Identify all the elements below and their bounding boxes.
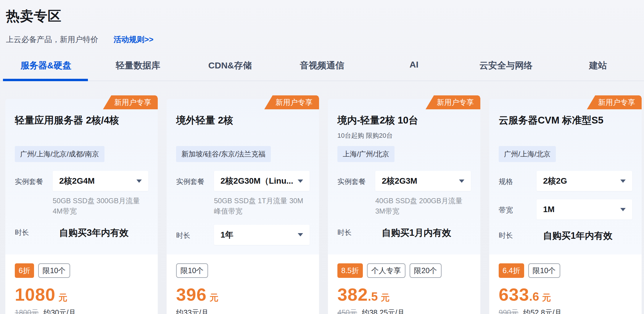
chevron-down-icon: [136, 180, 142, 183]
config-row: 时长1年: [176, 225, 310, 245]
config-value: 2核2G3M40GB SSD盘 200GB月流量 3M带宽: [375, 171, 471, 217]
new-user-ribbon: 新用户专享: [264, 95, 319, 109]
chevron-down-icon: [620, 208, 626, 211]
tab-3[interactable]: 音视频通信: [276, 60, 368, 81]
tab-4[interactable]: AI: [368, 60, 460, 81]
limit-badge: 限20个: [410, 263, 442, 278]
product-card: 新用户专享境内-轻量2核 10台10台起购 限购20台上海/广州/北京实例套餐2…: [328, 99, 480, 314]
config-label: 实例套餐: [15, 171, 53, 186]
config-static-value: 自购买1年内有效: [537, 228, 632, 242]
tab-0[interactable]: 服务器&硬盘: [0, 60, 92, 81]
config-select[interactable]: 1M: [537, 199, 632, 220]
config-static-value: 自购买1月内有效: [375, 225, 471, 239]
activity-rules-link[interactable]: 活动规则>>: [114, 34, 153, 45]
limit-badge: 限10个: [176, 263, 208, 278]
price-integer: 1080: [15, 284, 55, 305]
price-secondary-row: 990元约52.8元/月: [499, 308, 632, 314]
chevron-down-icon: [298, 180, 303, 183]
config-label: 实例套餐: [176, 171, 214, 186]
tab-5[interactable]: 云安全与网络: [460, 60, 552, 81]
config-row: 时长自购买1年内有效: [499, 228, 632, 242]
card-price-section: 8.5折个人专享限20个382.5元450元约38.25元/月: [328, 254, 480, 314]
select-value: 1M: [543, 205, 555, 214]
card-price-section: 限10个396元约33元/月: [167, 254, 319, 314]
purchase-limit-note: [15, 131, 148, 140]
config-value: 自购买3年内有效: [53, 225, 148, 239]
limit-badge: 限10个: [528, 263, 560, 278]
page-header: 热卖专区 上云必备产品，新用户特价 活动规则>>: [0, 0, 644, 45]
region-tag: 广州/上海/北京: [499, 146, 556, 162]
config-label: 时长: [499, 228, 537, 240]
monthly-price: 约38.25元/月: [362, 308, 405, 314]
price-integer: 382: [337, 284, 368, 305]
region-tag: 广州/上海/北京/成都/南京: [15, 146, 104, 162]
price-decimal: .5: [368, 290, 378, 303]
config-value: 2核2G: [537, 171, 632, 191]
config-row: 规格2核2G: [499, 171, 632, 191]
tab-2[interactable]: CDN&存储: [184, 60, 276, 81]
config-select[interactable]: 1年: [214, 225, 310, 245]
product-title: 云服务器CVM 标准型S5: [499, 114, 632, 127]
config-select[interactable]: 2核2G30M（Linu...: [214, 171, 310, 191]
config-label: 规格: [499, 171, 537, 186]
config-row: 实例套餐2核2G4M50GB SSD盘 300GB月流量 4M带宽: [15, 171, 148, 217]
config-static-value: 自购买3年内有效: [53, 225, 148, 239]
original-price: 450元: [337, 308, 357, 314]
config-value: 自购买1年内有效: [537, 228, 632, 242]
price-secondary-row: 450元约38.25元/月: [337, 308, 471, 314]
tab-1[interactable]: 轻量数据库: [92, 60, 184, 81]
price-decimal: .6: [529, 290, 539, 303]
tabs: 服务器&硬盘轻量数据库CDN&存储音视频通信AI云安全与网络建站: [0, 60, 644, 81]
price-secondary-row: 1800元约30元/月: [15, 308, 148, 314]
page-title: 热卖专区: [6, 7, 637, 25]
card-info-section: 新用户专享云服务器CVM 标准型S5广州/上海/北京规格2核2G带宽1M时长自购…: [489, 99, 642, 254]
price-unit: 元: [58, 292, 67, 304]
region-tag: 新加坡/硅谷/东京/法兰克福: [176, 146, 271, 162]
cards-row: 新用户专享轻量应用服务器 2核/4核广州/上海/北京/成都/南京实例套餐2核2G…: [0, 81, 644, 314]
config-select[interactable]: 2核2G: [537, 171, 632, 191]
config-rows: 实例套餐2核2G4M50GB SSD盘 300GB月流量 4M带宽时长自购买3年…: [15, 171, 148, 239]
monthly-price: 约33元/月: [176, 308, 209, 314]
spec-description: 40GB SSD盘 200GB月流量 3M带宽: [375, 196, 471, 217]
product-title: 轻量应用服务器 2核/4核: [15, 114, 148, 127]
price-unit: 元: [210, 292, 218, 304]
tab-6[interactable]: 建站: [552, 60, 644, 81]
config-row: 时长自购买1月内有效: [337, 225, 471, 239]
price-integer: 396: [176, 284, 207, 305]
config-select[interactable]: 2核2G4M: [53, 171, 148, 191]
select-value: 1年: [220, 229, 234, 241]
select-value: 2核2G3M: [382, 175, 417, 187]
select-value: 2核2G30M（Linu...: [220, 175, 293, 187]
chevron-down-icon: [459, 180, 464, 183]
config-value: 自购买1月内有效: [375, 225, 471, 239]
promo-badges: 限10个: [176, 263, 310, 278]
purchase-limit-note: [499, 131, 632, 140]
config-value: 2核2G4M50GB SSD盘 300GB月流量 4M带宽: [53, 171, 148, 217]
limit-badge: 限10个: [38, 263, 70, 278]
promo-badges: 6折限10个: [15, 263, 148, 278]
price: 382.5元: [337, 284, 471, 305]
config-select[interactable]: 2核2G3M: [375, 171, 471, 191]
discount-badge: 6.4折: [499, 263, 524, 278]
config-row: 实例套餐2核2G3M40GB SSD盘 200GB月流量 3M带宽: [337, 171, 471, 217]
card-info-section: 新用户专享轻量应用服务器 2核/4核广州/上海/北京/成都/南京实例套餐2核2G…: [5, 99, 158, 254]
config-label: 时长: [15, 225, 53, 237]
config-label: 实例套餐: [337, 171, 375, 186]
price: 1080元: [15, 284, 148, 305]
original-price: 1800元: [15, 308, 39, 314]
price-secondary-row: 约33元/月: [176, 308, 310, 314]
price-unit: 元: [381, 292, 389, 304]
product-card: 新用户专享境外轻量 2核新加坡/硅谷/东京/法兰克福实例套餐2核2G30M（Li…: [167, 99, 319, 314]
purchase-limit-note: 10台起购 限购20台: [337, 131, 471, 140]
product-title: 境内-轻量2核 10台: [337, 114, 471, 127]
card-info-section: 新用户专享境内-轻量2核 10台10台起购 限购20台上海/广州/北京实例套餐2…: [328, 99, 480, 254]
promo-badges: 6.4折限10个: [499, 263, 632, 278]
new-user-ribbon: 新用户专享: [426, 95, 480, 109]
page-subtitle: 上云必备产品，新用户特价: [6, 34, 98, 45]
config-value: 1M: [537, 199, 632, 220]
discount-badge: 6折: [15, 263, 34, 278]
config-label: 时长: [176, 225, 214, 240]
config-row: 时长自购买3年内有效: [15, 225, 148, 239]
card-price-section: 6.4折限10个633.6元990元约52.8元/月: [489, 254, 642, 314]
chevron-down-icon: [298, 233, 303, 236]
